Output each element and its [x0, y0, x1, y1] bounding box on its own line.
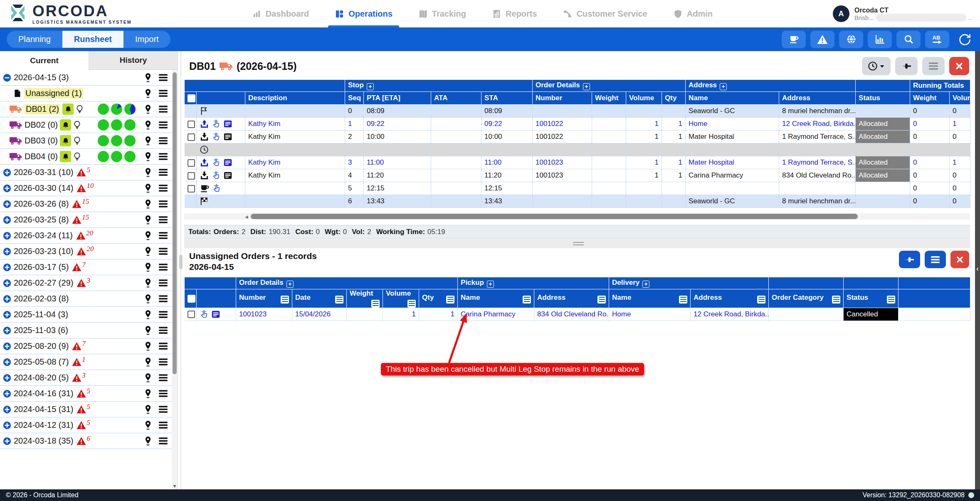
unassigned-col-address[interactable]: Address: [534, 289, 609, 308]
unassigned-col-qty[interactable]: Qty: [419, 289, 458, 308]
run-stop-row[interactable]: [185, 143, 970, 156]
pickup-icon[interactable]: [200, 158, 209, 168]
map-pin-icon[interactable]: [144, 436, 152, 446]
run-stop-row[interactable]: 613:4313:43Seaworld - GC8 muriel henchma…: [185, 195, 970, 208]
cell-description[interactable]: Kathy Kim: [245, 156, 345, 169]
sidebar-scrollbar[interactable]: ▼: [172, 70, 178, 489]
map-pin-icon[interactable]: [144, 278, 152, 288]
cell-address-name[interactable]: Mater Hospital: [686, 131, 779, 143]
row-menu-icon[interactable]: [158, 262, 168, 272]
tree-row[interactable]: 2025-08-20 (9)7: [0, 338, 172, 354]
stats-button[interactable]: [868, 31, 892, 48]
map-pin-icon[interactable]: [144, 247, 152, 256]
row-menu-icon[interactable]: [158, 373, 168, 383]
column-menu-icon[interactable]: [446, 296, 454, 304]
cell-order-number[interactable]: 1001022: [533, 131, 592, 143]
cell-address[interactable]: 1 Raymond Terrace, S...: [779, 131, 856, 143]
map-pin-icon[interactable]: [144, 405, 152, 414]
order-form-icon[interactable]: [223, 171, 232, 180]
cell-address-name[interactable]: Seaworld - GC: [686, 195, 779, 208]
row-menu-icon[interactable]: [158, 183, 168, 193]
sidebar-tab-current[interactable]: Current: [0, 51, 89, 70]
unassigned-col-weight[interactable]: Weight: [347, 289, 383, 308]
expand-icon[interactable]: [3, 405, 11, 414]
mode-tab-import[interactable]: Import: [123, 31, 170, 48]
order-form-icon[interactable]: [223, 158, 232, 167]
map-pin-icon[interactable]: [144, 136, 152, 146]
column-menu-icon[interactable]: [523, 296, 531, 304]
cell-address[interactable]: 8 muriel henchman dr...: [779, 105, 856, 118]
tree-row[interactable]: DB02 (0): [0, 117, 172, 133]
row-checkbox[interactable]: [188, 172, 195, 180]
run-col-number[interactable]: Number: [533, 92, 592, 105]
run-col-weight[interactable]: Weight: [592, 92, 626, 105]
expand-icon[interactable]: [3, 216, 11, 224]
row-menu-icon[interactable]: [158, 404, 168, 415]
run-stop-row[interactable]: Kathy Kim411:2011:20100102311Carina Phar…: [185, 169, 970, 182]
cell-address-name[interactable]: Home: [686, 118, 779, 131]
tree-row[interactable]: 2026-03-30 (14)10: [0, 180, 172, 196]
finish-flag-icon[interactable]: [200, 197, 209, 206]
select-all-checkbox[interactable]: [188, 94, 195, 102]
nav-item-operations[interactable]: Operations: [335, 0, 392, 27]
run-col-sta[interactable]: STA: [481, 92, 533, 105]
cell-delivery-name[interactable]: Home: [609, 308, 691, 321]
run-stop-row[interactable]: Kathy Kim109:2209:22100102211Home12 Cree…: [185, 118, 970, 131]
row-checkbox[interactable]: [188, 121, 195, 128]
cell-description[interactable]: Kathy Kim: [245, 131, 345, 143]
pickup-icon[interactable]: [200, 119, 209, 129]
nav-item-admin[interactable]: Admin: [673, 0, 713, 27]
row-menu-icon[interactable]: [158, 88, 168, 99]
panel-split-handle[interactable]: [184, 239, 970, 248]
notification-bell-icon[interactable]: [60, 119, 71, 131]
wait-clock-icon[interactable]: [200, 145, 209, 154]
run-stop-row[interactable]: Kathy Kim311:0011:00100102311Mater Hospi…: [185, 156, 970, 169]
map-pin-icon[interactable]: [144, 168, 152, 177]
lightbulb-icon[interactable]: [73, 136, 81, 145]
search-button[interactable]: [896, 31, 921, 48]
run-col-description[interactable]: Description: [245, 92, 345, 105]
expand-icon[interactable]: [3, 279, 11, 287]
cell-address[interactable]: 834 Old Cleveland Ro...: [779, 169, 856, 182]
unassigned-col-address[interactable]: Address: [691, 289, 769, 308]
touch-icon[interactable]: [212, 158, 221, 167]
expand-icon[interactable]: [3, 311, 11, 319]
row-menu-icon[interactable]: [158, 167, 168, 178]
expand-icon[interactable]: [3, 247, 11, 256]
sidebar-tab-history[interactable]: History: [89, 51, 178, 70]
tree-row[interactable]: 2024-04-12 (31)5: [0, 417, 172, 433]
cell-order-number[interactable]: 1001023: [236, 308, 292, 321]
touch-icon[interactable]: [212, 171, 221, 180]
column-menu-icon[interactable]: [371, 300, 380, 308]
cell-delivery-address[interactable]: 12 Creek Road, Birkda...: [691, 308, 769, 321]
row-menu-icon[interactable]: [158, 294, 168, 304]
tree-row[interactable]: 2025-11-03 (6): [0, 323, 172, 338]
nav-item-dashboard[interactable]: Dashboard: [252, 0, 309, 27]
mode-tab-planning[interactable]: Planning: [7, 31, 62, 48]
expand-icon[interactable]: [3, 421, 11, 429]
map-pin-icon[interactable]: [144, 89, 152, 98]
row-checkbox[interactable]: [188, 133, 195, 141]
touch-icon[interactable]: [212, 184, 221, 193]
map-pin-icon[interactable]: [144, 231, 152, 240]
expand-icon[interactable]: [3, 168, 11, 177]
alerts-button[interactable]: [810, 31, 834, 48]
pin-panel-button[interactable]: [895, 57, 918, 75]
expand-icon[interactable]: [3, 358, 11, 366]
scroll-left-arrow[interactable]: ◀: [245, 215, 248, 219]
run-col-pta-eta-[interactable]: PTA [ETA]: [364, 92, 431, 105]
cell-address[interactable]: 8 muriel henchman dr...: [779, 195, 856, 208]
run-col-weight[interactable]: Weight: [910, 92, 950, 105]
expand-icon[interactable]: [3, 295, 11, 303]
unassigned-col-status[interactable]: Status: [844, 289, 899, 308]
panel-menu-button[interactable]: [925, 251, 946, 268]
expand-icon[interactable]: [3, 263, 11, 271]
tree-row[interactable]: 2024-03-18 (35)6: [0, 433, 172, 449]
run-col-seq[interactable]: Seq: [345, 92, 364, 105]
order-form-icon[interactable]: [211, 310, 220, 319]
touch-icon[interactable]: [212, 132, 221, 141]
column-menu-icon[interactable]: [335, 296, 343, 304]
lightbulb-icon[interactable]: [75, 105, 84, 114]
run-col-volume[interactable]: Volume: [950, 92, 970, 105]
cell-date[interactable]: 15/04/2026: [292, 308, 347, 321]
